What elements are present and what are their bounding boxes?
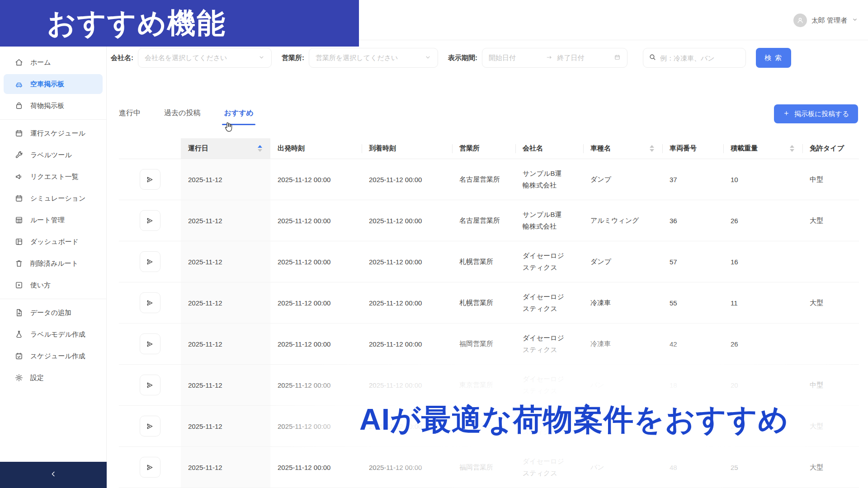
column-header-vehicle[interactable]: 車種名 bbox=[583, 138, 662, 159]
cell-load: 10 bbox=[723, 159, 802, 200]
sort-carets-icon[interactable] bbox=[650, 145, 654, 152]
cell-value: アルミウィング bbox=[590, 216, 639, 225]
sidebar-item-label: データの追加 bbox=[30, 309, 71, 317]
sidebar-item-7[interactable]: シミュレーション bbox=[4, 188, 103, 208]
tab-2[interactable]: 過去の投稿 bbox=[164, 108, 200, 125]
promo-caption: AIが最適な荷物案件をおすすめ bbox=[280, 399, 868, 440]
sidebar-item-13[interactable]: ラベルモデル作成 bbox=[4, 324, 103, 344]
search-field[interactable] bbox=[643, 48, 746, 68]
send-to-board-button[interactable] bbox=[140, 210, 160, 231]
send-icon bbox=[146, 175, 154, 184]
company-select-placeholder: 会社名を選択してください bbox=[145, 54, 227, 62]
column-header-action bbox=[119, 138, 181, 159]
cell-license: 大型 bbox=[802, 282, 859, 323]
action-cell bbox=[119, 200, 181, 241]
sidebar-item-8[interactable]: ルート管理 bbox=[4, 210, 103, 230]
trash-icon bbox=[14, 259, 24, 268]
sort-carets-icon[interactable] bbox=[258, 145, 262, 152]
cell-office: 福岡営業所 bbox=[452, 447, 515, 488]
search-input[interactable] bbox=[660, 54, 740, 62]
cell-value: 11 bbox=[731, 299, 738, 307]
cell-value: 2025-11-12 bbox=[188, 217, 222, 225]
cell-value: 2025-11-12 bbox=[188, 299, 222, 307]
table-header-row: 運行日出発時刻到着時刻営業所会社名車種名車両番号積載重量免許タイプ bbox=[119, 138, 859, 159]
cell-value: 25 bbox=[731, 464, 738, 471]
cell-value: ダイセーロジスティクス bbox=[523, 291, 568, 315]
column-label: 出発時刻 bbox=[278, 144, 305, 153]
sort-carets-icon[interactable] bbox=[790, 145, 794, 152]
sidebar-item-2[interactable]: 空車掲示板 bbox=[4, 74, 103, 94]
sidebar-item-label: 空車掲示板 bbox=[30, 80, 64, 89]
file-plus-icon bbox=[14, 308, 24, 317]
cell-load: 11 bbox=[723, 282, 802, 323]
cell-office: 名古屋営業所 bbox=[452, 159, 515, 200]
send-to-board-button[interactable] bbox=[140, 169, 160, 190]
sidebar-item-15[interactable]: 設定 bbox=[4, 368, 103, 388]
sidebar-item-3[interactable]: 荷物掲示板 bbox=[4, 96, 103, 116]
cell-value: 2025-11-12 00:00 bbox=[278, 381, 330, 389]
search-icon bbox=[649, 53, 656, 63]
sidebar-item-4[interactable]: 運行スケジュール bbox=[4, 123, 103, 143]
sidebar-item-12[interactable]: データの追加 bbox=[4, 303, 103, 323]
cell-value: 2025-11-12 00:00 bbox=[369, 258, 422, 266]
column-label: 会社名 bbox=[523, 144, 543, 153]
sidebar-item-10[interactable]: 削除済みルート bbox=[4, 253, 103, 273]
sidebar-item-1[interactable]: ホーム bbox=[4, 52, 103, 72]
action-cell bbox=[119, 406, 181, 446]
cell-number: 36 bbox=[662, 200, 723, 241]
send-to-board-button[interactable] bbox=[140, 251, 160, 272]
cell-license: 大型 bbox=[802, 200, 859, 241]
sidebar-item-label: ホーム bbox=[30, 58, 51, 67]
cell-number: 55 bbox=[662, 282, 723, 323]
send-to-board-button[interactable] bbox=[140, 375, 160, 395]
cell-arrival: 2025-11-12 00:00 bbox=[362, 159, 452, 200]
office-select[interactable]: 営業所を選択してください bbox=[309, 48, 438, 68]
column-header-departure: 出発時刻 bbox=[270, 138, 362, 159]
cell-company: ダイセーロジスティクス bbox=[515, 447, 583, 488]
sidebar-item-label: ルート管理 bbox=[30, 216, 65, 225]
play-icon bbox=[14, 281, 24, 290]
action-cell bbox=[119, 159, 181, 200]
search-button[interactable]: 検 索 bbox=[756, 48, 791, 68]
date-range-picker[interactable]: 開始日付 終了日付 bbox=[482, 48, 627, 68]
sidebar-item-label: 荷物掲示板 bbox=[30, 102, 64, 110]
cell-value: 2025-11-12 00:00 bbox=[369, 217, 422, 225]
send-to-board-button[interactable] bbox=[140, 457, 160, 478]
sidebar-item-9[interactable]: ダッシュボード bbox=[4, 232, 103, 252]
column-label: 運行日 bbox=[188, 144, 208, 153]
sidebar-item-14[interactable]: スケジュール作成 bbox=[4, 346, 103, 366]
company-filter-label: 会社名: bbox=[111, 54, 133, 62]
sidebar-item-11[interactable]: 使い方 bbox=[4, 275, 103, 295]
account-menu[interactable]: 太郎 管理者 bbox=[793, 14, 858, 27]
cell-value: 26 bbox=[731, 217, 738, 225]
cell-office: 福岡営業所 bbox=[452, 324, 515, 364]
cell-value: 大型 bbox=[810, 216, 823, 225]
send-to-board-button[interactable] bbox=[140, 416, 160, 436]
tab-1[interactable]: 進行中 bbox=[119, 108, 141, 125]
column-header-load[interactable]: 積載重量 bbox=[723, 138, 802, 159]
post-to-board-button[interactable]: 掲示板に投稿する bbox=[774, 104, 858, 123]
table-row: 2025-11-122025-11-12 00:002025-11-12 00:… bbox=[119, 200, 859, 241]
action-cell bbox=[119, 447, 181, 488]
sidebar-item-label: 使い方 bbox=[30, 281, 51, 290]
sidebar-collapse-button[interactable] bbox=[0, 462, 107, 488]
cell-date: 2025-11-12 bbox=[181, 159, 270, 200]
column-header-date[interactable]: 運行日 bbox=[181, 138, 270, 159]
sidebar-item-label: リクエスト一覧 bbox=[30, 173, 79, 181]
company-select[interactable]: 会社名を選択してください bbox=[138, 48, 272, 68]
cell-number: 42 bbox=[662, 324, 723, 364]
end-date-placeholder: 終了日付 bbox=[557, 54, 610, 62]
calendar-icon bbox=[14, 129, 24, 138]
cell-value: 10 bbox=[731, 176, 738, 183]
send-icon bbox=[146, 422, 154, 431]
cell-arrival: 2025-11-12 00:00 bbox=[362, 282, 452, 323]
send-icon bbox=[146, 299, 154, 307]
send-icon bbox=[146, 340, 154, 348]
cell-departure: 2025-11-12 00:00 bbox=[270, 159, 362, 200]
cell-value: ダンプ bbox=[590, 258, 611, 266]
send-to-board-button[interactable] bbox=[140, 292, 160, 313]
send-to-board-button[interactable] bbox=[140, 333, 160, 354]
sidebar-item-5[interactable]: ラベルツール bbox=[4, 145, 103, 165]
sidebar-item-6[interactable]: リクエスト一覧 bbox=[4, 167, 103, 187]
cell-company: サンプルB運輸株式会社 bbox=[515, 159, 583, 200]
